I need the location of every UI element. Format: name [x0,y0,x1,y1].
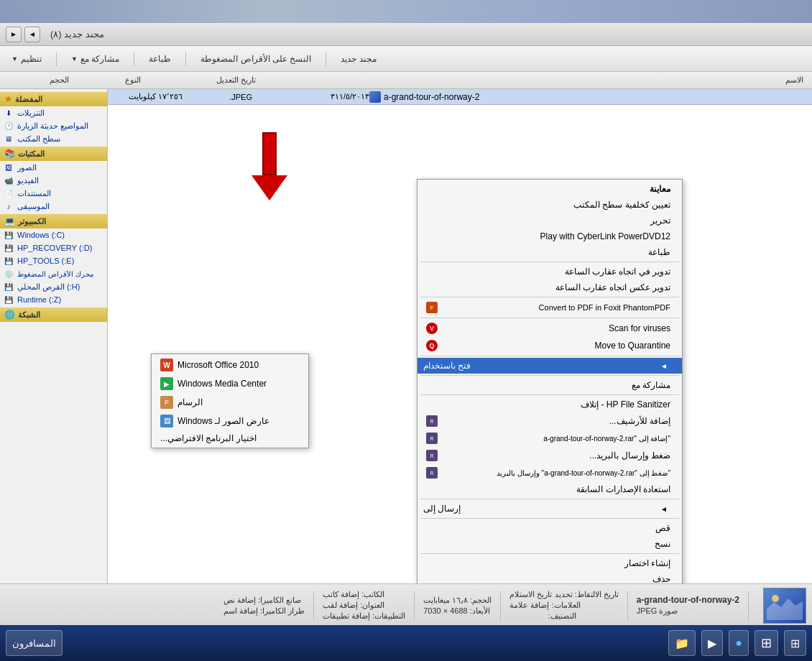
sidebar-item-cd-drive[interactable]: محرك الأقراص المضغوط 💿 [0,267,107,280]
toolbar-new-folder[interactable]: مجند جديد [335,51,382,67]
network-icon: 🌐 [4,310,15,320]
sidebar-item-recent[interactable]: المواضيع حديثة الزيارة 🕐 [0,119,107,132]
media-icon: ▶ [708,637,716,650]
taskbar-chrome-button[interactable]: ● [729,630,749,656]
ctx-item-copy[interactable]: نسخ [417,536,682,552]
ctx-item-add-to-rar[interactable]: "إضافة إلى "a-grand-tour-of-norway-2.rar… [417,430,682,447]
downloads-icon: ⬇ [3,108,14,118]
ctx-item-create-shortcut[interactable]: إنشاء اختصار [417,555,682,571]
ctx-item-quarantine[interactable]: Move to Quarantine Q [417,337,682,354]
ctx-item-scan-virus[interactable]: Scan for viruses V [417,320,682,337]
ctx-item-rotate-ccw[interactable]: تدوير عكس اتجاه عقارب الساعة [417,279,682,295]
sidebar-computer-section: الكمبيوتر 💻 (C:) Windows 💾 (D:) HP_RECOV… [0,214,107,306]
context-menu: معاينة تعيين كخلفية سطح المكتب تحرير Pla… [417,179,683,583]
office-icon: W [160,359,173,371]
sub-item-office[interactable]: Microsoft Office 2010 W [152,356,308,374]
ctx-item-set-wallpaper[interactable]: تعيين كخلفية سطح المكتب [417,197,682,213]
wmc-icon: ▶ [160,377,173,390]
toolbar-print[interactable]: طباعة [143,51,177,67]
ctx-item-compress-email[interactable]: ضغط وإرسال بالبريد... R [417,447,682,464]
status-dimensions: الأبعاد: 4688 × 7030 [423,606,490,616]
star-rating[interactable]: ☆☆☆☆☆ [509,611,545,620]
share-dropdown-icon: ▼ [71,55,78,63]
sub-item-choose-default[interactable]: اختيار البرنامج الافتراضي... [152,430,308,446]
ctx-sep-7 [420,499,679,499]
sidebar-item-e-drive[interactable]: (E:) HP_TOOLS 💾 [0,254,107,267]
col-header-date[interactable]: تاريخ التعديل [147,75,262,85]
ctx-item-rotate-cw[interactable]: تدوير في اتجاه عقارب الساعة [417,264,682,279]
taskbar-folder-button[interactable]: 📁 [668,630,696,656]
col-header-name[interactable]: الاسم [262,75,809,85]
sidebar-item-downloads[interactable]: التنزيلات ⬇ [0,106,107,119]
ctx-item-print[interactable]: طباعة [417,244,682,260]
sidebar-item-d-drive[interactable]: (D:) HP_RECOVERY 💾 [0,241,107,254]
paint-icon: P [160,396,173,409]
status-divider-1 [748,591,749,620]
toolbar-organize[interactable]: تنظيم ▼ [6,51,47,67]
taskbar-start-button[interactable]: ⊞ [784,630,806,656]
sub-item-wmc[interactable]: Windows Media Center ▶ [152,374,308,393]
ctx-item-cut[interactable]: قص [417,520,682,536]
recent-icon: 🕐 [3,121,14,131]
status-bar: a-grand-tour-of-norway-2 صورة JPEG تاريخ… [0,583,812,627]
status-divider-2 [627,591,628,620]
taskbar-site-button[interactable]: المسافرون [6,630,63,656]
sidebar-item-desktop[interactable]: سطح المكتب 🖥 [0,132,107,145]
sidebar-item-music[interactable]: الموسيقى ♪ [0,200,107,213]
sidebar-item-c-drive[interactable]: (C:) Windows 💾 [0,228,107,241]
rar-icon-1: R [426,415,438,427]
e-drive-icon: 💾 [3,256,14,266]
thumbnail-svg [767,591,803,620]
file-type-cell: JPEG ‎. [183,93,254,101]
status-title: العنوان: إضافة لقب [323,601,384,610]
arrow-shaft [262,132,277,175]
ctx-item-open-with[interactable]: ◄ فتح باستخدام [417,358,682,374]
sidebar-item-pictures[interactable]: الصور 🖼 [0,161,107,174]
ctx-sep-6 [420,394,679,395]
ctx-item-edit[interactable]: تحرير [417,213,682,228]
status-section-date: تاريخ الالتقاط: تحديد تاريخ الاستلام الع… [509,590,618,621]
ctx-sep-4 [420,356,679,356]
video-icon: 📹 [3,175,14,185]
file-name-cell: a-grand-tour-of-norway-2 [369,91,809,103]
sidebar-item-documents[interactable]: المستندات 📄 [0,187,107,200]
toolbar-divider-1 [326,52,326,66]
desktop-icon: 🖥 [3,134,14,144]
nav-forward-button[interactable]: ► [6,27,22,42]
status-divider-4 [414,591,415,620]
ctx-item-preview[interactable]: معاينة [417,181,682,197]
ctx-item-share-with[interactable]: مشاركة مع [417,377,682,393]
z-drive-icon: 💾 [3,295,14,305]
file-row[interactable]: a-grand-tour-of-norway-2 ٣١١/٥/٢٠١٣ JPEG… [108,89,812,105]
status-size: الحجم: ١٦٫٨ ميغابايت [423,596,492,605]
sidebar-item-h-drive[interactable]: (H:) القرص المحلي 💾 [0,280,107,293]
taskbar-media-button[interactable]: ▶ [701,630,723,656]
toolbar-copy-compressed[interactable]: النسخ على الأقراص المضغوطة [195,51,317,67]
rar-icon-3: R [426,450,438,461]
red-arrow-indicator [252,132,287,200]
ctx-item-cyberlink[interactable]: Play with CyberLink PowerDVD12 [417,228,682,244]
toolbar-share[interactable]: مشاركة مع ▼ [65,51,125,67]
sidebar-item-video[interactable]: الفيديو 📹 [0,174,107,187]
sidebar-item-z-drive[interactable]: (Z:) Runtime 💾 [0,293,107,306]
ctx-item-send-to[interactable]: ◄ إرسال إلى [417,501,682,517]
ctx-item-hp-sanitizer[interactable]: HP File Sanitizer - إتلاف [417,397,682,412]
d-drive-icon: 💾 [3,243,14,253]
rar-icon-2: R [426,433,438,444]
ctx-item-restore-versions[interactable]: استعادة الإصدارات السابقة [417,481,682,497]
rar-icon-4: R [426,467,438,479]
sub-item-paint[interactable]: الرسام P [152,393,308,412]
ctx-item-foxit[interactable]: Convert to PDF in Foxit PhantomPDF F [417,299,682,316]
ctx-item-delete[interactable]: حذف [417,571,682,583]
site-icon: المسافرون [12,638,56,649]
nav-back-button[interactable]: ◄ [24,27,40,42]
ctx-sep-5 [420,375,679,376]
col-header-type[interactable]: النوع [75,75,147,85]
col-header-size[interactable]: الحجم [3,75,75,85]
folder-icon: 📁 [675,637,689,650]
ctx-item-add-archive[interactable]: إضافة للأرشيف... R [417,412,682,430]
status-section-size: الحجم: ١٦٫٨ ميغابايت الأبعاد: 4688 × 703… [423,596,492,616]
taskbar-apps-button[interactable]: ⊞ [755,630,778,656]
sub-item-viewer[interactable]: عارض الصور لـ Windows 🖼 [152,412,308,430]
ctx-item-compress-rar-email[interactable]: "ضغط إلى "a-grand-tour-of-norway-2.rar" … [417,464,682,481]
